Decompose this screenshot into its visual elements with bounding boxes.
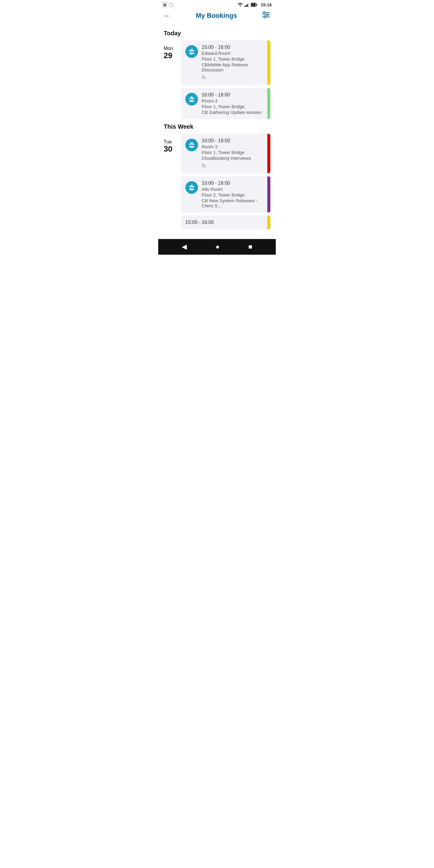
booking-card-3[interactable]: 10:00 - 18:00 Room 3 Floor 1, Tower Brid…: [181, 134, 270, 173]
booking-floor-2: Floor 1, Tower Bridge: [202, 104, 264, 109]
section-today-heading: Today: [164, 30, 270, 37]
nav-home-button[interactable]: ●: [213, 241, 222, 253]
circle-icon: [169, 2, 174, 7]
svg-point-40: [193, 189, 195, 190]
svg-point-30: [189, 144, 191, 145]
svg-point-18: [189, 50, 191, 52]
booking-info-4: 10:00 - 18:00 Alto Room Floor 2, Tower B…: [202, 181, 264, 208]
booking-title-1: CBMobile App Release Discussion: [202, 62, 264, 72]
room-icon-1: [185, 45, 198, 58]
booking-floor-1: Floor 1, Tower Bridge: [202, 56, 264, 61]
signal-icon: [244, 3, 249, 7]
booking-card-inner-1: 15:00 - 16:00 Edward Room Floor 1, Tower…: [181, 40, 267, 85]
booking-room-1: Edward Room: [202, 51, 264, 56]
booking-title-4: CB New System Releases - Client S...: [202, 198, 264, 208]
booking-accent-1: [267, 40, 270, 85]
filter-button[interactable]: [262, 11, 270, 20]
booking-floor-3: Floor 1, Tower Bridge: [202, 150, 264, 155]
svg-point-14: [264, 12, 265, 13]
booking-room-4: Alto Room: [202, 187, 264, 192]
booking-accent-2: [267, 88, 270, 119]
day-label-tue30: Tue 30: [164, 134, 178, 229]
svg-point-24: [189, 98, 191, 99]
svg-point-31: [193, 144, 194, 145]
bookings-col-mon29: 15:00 - 16:00 Edward Room Floor 1, Tower…: [181, 40, 270, 119]
booking-info-1: 15:00 - 16:00 Edward Room Floor 1, Tower…: [202, 44, 264, 81]
booking-card-inner-2: 16:00 - 18:00 Room 4 Floor 1, Tower Brid…: [181, 88, 267, 119]
svg-point-37: [193, 186, 194, 188]
room-icon-2: [185, 93, 198, 105]
status-right-icons: 15:14: [238, 2, 272, 7]
svg-point-2: [169, 3, 173, 7]
booking-time-4: 10:00 - 18:00: [202, 181, 264, 186]
svg-point-39: [189, 189, 191, 190]
booking-card-inner-3: 10:00 - 18:00 Room 3 Floor 1, Tower Brid…: [181, 134, 267, 173]
section-this-week: This Week Tue 30: [164, 123, 270, 229]
sim-icon: [162, 2, 167, 7]
svg-point-28: [193, 100, 195, 101]
nav-recent-button[interactable]: ■: [246, 241, 255, 253]
booking-accent-3: [267, 134, 270, 173]
recurring-icon-3: ↻: [202, 162, 264, 169]
booking-title-3: Cloudbooking Interviews: [202, 156, 264, 161]
wifi-icon: [238, 3, 243, 7]
booking-title-2: CB Gathering Update session: [202, 110, 264, 115]
svg-point-19: [193, 50, 194, 52]
day-num-30: 30: [164, 145, 173, 153]
day-group-mon29: Mon 29: [164, 40, 270, 119]
booking-info-3: 10:00 - 18:00 Room 3 Floor 1, Tower Brid…: [202, 138, 264, 169]
booking-card-4[interactable]: 10:00 - 18:00 Alto Room Floor 2, Tower B…: [181, 176, 270, 213]
svg-point-29: [190, 142, 193, 145]
recurring-icon-1: ↻: [202, 74, 264, 81]
page-title: My Bookings: [196, 12, 237, 20]
booking-info-2: 16:00 - 18:00 Room 4 Floor 1, Tower Brid…: [202, 92, 264, 115]
svg-rect-6: [247, 4, 248, 7]
bookings-col-tue30: 10:00 - 18:00 Room 3 Floor 1, Tower Brid…: [181, 134, 270, 229]
svg-point-17: [190, 49, 193, 51]
svg-point-36: [189, 186, 191, 188]
room-icon-4: [185, 181, 198, 194]
svg-point-25: [193, 98, 194, 99]
status-left-icons: [162, 2, 238, 7]
booking-accent-5: [267, 216, 270, 229]
status-time: 15:14: [261, 2, 272, 7]
svg-point-15: [267, 14, 268, 16]
booking-card-5[interactable]: 15:00 - 16:00: [181, 216, 270, 229]
svg-point-33: [189, 146, 191, 147]
booking-floor-4: Floor 2, Tower Bridge: [202, 192, 264, 197]
booking-time-3: 10:00 - 18:00: [202, 138, 264, 144]
svg-rect-10: [256, 4, 257, 6]
svg-point-3: [240, 6, 241, 7]
day-name-tue: Tue: [164, 139, 172, 145]
svg-point-21: [189, 53, 191, 54]
booking-info-5: 15:00 - 16:00: [185, 220, 264, 225]
svg-point-16: [264, 16, 266, 18]
booking-card-inner-5: 15:00 - 16:00: [181, 216, 267, 229]
top-nav: ← My Bookings: [158, 8, 276, 23]
day-label-mon29: Mon 29: [164, 40, 178, 119]
booking-room-2: Room 4: [202, 98, 264, 103]
svg-rect-5: [246, 5, 247, 7]
booking-card-inner-4: 10:00 - 18:00 Alto Room Floor 2, Tower B…: [181, 176, 267, 213]
day-group-tue30: Tue 30: [164, 134, 270, 229]
booking-card-1[interactable]: 15:00 - 16:00 Edward Room Floor 1, Tower…: [181, 40, 270, 85]
svg-point-23: [190, 96, 193, 99]
svg-point-34: [193, 146, 195, 147]
section-today: Today Mon 29: [164, 30, 270, 119]
booking-accent-4: [267, 176, 270, 213]
booking-time-2: 16:00 - 18:00: [202, 92, 264, 98]
back-button[interactable]: ←: [164, 12, 171, 19]
nav-back-button[interactable]: ◀: [179, 241, 189, 253]
svg-point-35: [190, 185, 193, 187]
battery-icon: [251, 3, 257, 7]
section-week-heading: This Week: [164, 123, 270, 130]
booking-card-2[interactable]: 16:00 - 18:00 Room 4 Floor 1, Tower Brid…: [181, 88, 270, 119]
room-icon-3: [185, 138, 198, 151]
svg-point-27: [189, 100, 191, 101]
content-area: Today Mon 29: [158, 23, 276, 239]
status-bar: 15:14: [158, 0, 276, 8]
day-name-mon: Mon: [164, 46, 173, 51]
svg-rect-4: [244, 6, 245, 7]
svg-rect-1: [164, 4, 166, 6]
booking-room-3: Room 3: [202, 144, 264, 149]
